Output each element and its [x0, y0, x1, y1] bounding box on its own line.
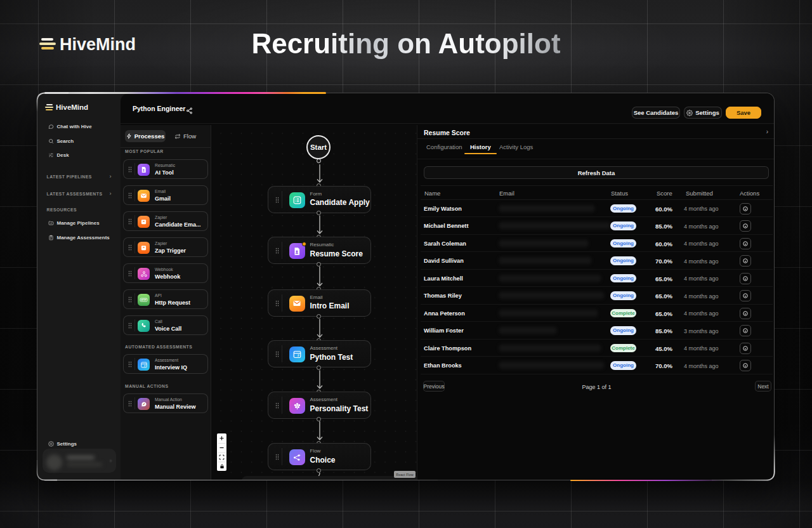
- svg-text:HTTP: HTTP: [141, 299, 147, 301]
